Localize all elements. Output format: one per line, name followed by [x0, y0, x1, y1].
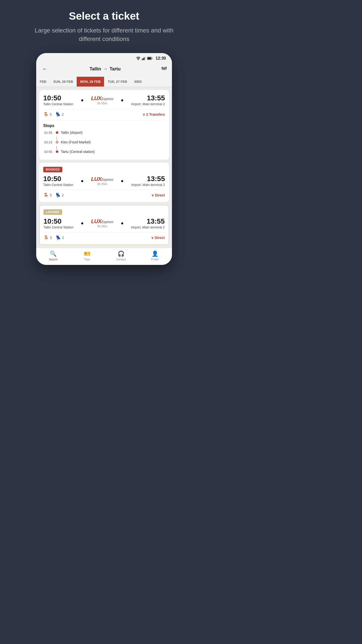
- stop-dot-1: [56, 131, 58, 134]
- seat-row-1: 🪑 5 💺 2 ∨ 2 Transfers: [43, 109, 165, 117]
- trips-icon: 🎫: [84, 251, 90, 257]
- stop-line-1: [57, 137, 57, 140]
- depart-station-3: Tallin Central Station: [43, 225, 73, 230]
- arrive-time-2: 13:55: [131, 175, 165, 183]
- lux-logo-2: LUXExpress: [91, 176, 113, 182]
- direct-badge-2[interactable]: ∨ Direct: [151, 193, 165, 197]
- signal-icon: [142, 57, 146, 60]
- seat-icon-3b: 💺: [56, 235, 61, 240]
- ticket-card-1[interactable]: 10:50 Tallin Central Station LUXExpress …: [39, 90, 169, 160]
- nav-trips-label: Trips: [84, 258, 90, 261]
- dot-right-2: [121, 180, 123, 182]
- nav-contact[interactable]: 🎧 Contact: [112, 251, 130, 261]
- stops-section-1: Stops 01:55 Tallin (Airport) 02:15 Kiev …: [43, 120, 165, 154]
- nav-trips[interactable]: 🎫 Trips: [78, 251, 96, 261]
- seat-num-2a: 5: [50, 193, 52, 197]
- nav-profile[interactable]: 👤 Profile: [146, 251, 164, 261]
- stop-item-1: 01:55 Tallin (Airport): [43, 131, 165, 135]
- status-bar: 12:30: [36, 53, 172, 63]
- chevron-down-icon-2: ∨: [151, 193, 154, 197]
- stop-time-2: 02:15: [44, 140, 53, 144]
- direct-label-3: Direct: [155, 236, 165, 240]
- stop-dot-3: [56, 150, 58, 153]
- seat-num-1a: 5: [50, 112, 52, 116]
- seat-item-1b: 💺 2: [55, 112, 64, 117]
- booked-badge: BOOKED: [43, 167, 62, 172]
- duration-2: 3h 05m: [91, 182, 113, 186]
- seat-item-2b: 💺 2: [55, 192, 64, 198]
- depart-station-1: Tallin Central Station: [43, 102, 73, 106]
- back-button[interactable]: ←: [41, 65, 49, 73]
- dot-left-3: [81, 222, 83, 224]
- chevron-down-icon-3: ∨: [151, 236, 154, 240]
- seat-num-3a: 5: [50, 236, 52, 240]
- route-title: Tallin → Tartu: [89, 66, 120, 72]
- depart-time-1: 10:50: [43, 94, 73, 102]
- svg-rect-3: [145, 57, 146, 60]
- svg-rect-2: [144, 57, 145, 60]
- direct-label-2: Direct: [155, 193, 165, 197]
- status-time: 12:30: [156, 56, 166, 61]
- ticket-card-2[interactable]: BOOKED 10:50 Tallin Central Station LUXE…: [39, 163, 169, 202]
- date-tab-4[interactable]: WED: [131, 77, 145, 87]
- stop-item-2: 02:15 Kiev (Food Market): [43, 140, 165, 144]
- trip-info-row-2: 10:50 Tallin Central Station LUXExpress …: [43, 175, 165, 187]
- chevron-down-icon-1: ∨: [143, 112, 145, 116]
- arrive-time-3: 13:55: [131, 217, 165, 225]
- battery-icon: [147, 57, 153, 60]
- stop-item-3: 02:55 Tartu (Central station): [43, 150, 165, 154]
- seat-icons-1: 🪑 5 💺 2: [43, 112, 64, 117]
- transfer-badge-1[interactable]: ∨ 2 Transfers: [143, 112, 165, 116]
- svg-rect-0: [142, 59, 143, 60]
- bottom-nav: 🔍 Search 🎫 Trips 🎧 Contact 👤 Profile: [36, 248, 172, 265]
- duration-3: 3h 05m: [91, 225, 113, 228]
- seat-item-2a: 🪑 5: [43, 192, 52, 198]
- nav-contact-label: Contact: [116, 258, 126, 261]
- top-nav: ← Tallin → Tartu: [36, 63, 172, 77]
- arrive-station-2: Airport, Main terminal 2: [131, 183, 165, 187]
- phone-frame: 12:30 ← Tallin → Tartu FEB SUN, 26 FEB M…: [36, 53, 172, 265]
- dot-left-2: [81, 180, 83, 182]
- ticket-card-3[interactable]: LOUNGE 10:50 Tallin Central Station LUXE…: [39, 205, 169, 245]
- seat-icon-1b: 💺: [55, 112, 61, 117]
- stop-name-2: Kiev (Food Market): [61, 140, 91, 144]
- nav-search[interactable]: 🔍 Search: [44, 251, 62, 261]
- seat-row-2: 🪑 5 💺 2 ∨ Direct: [43, 190, 165, 198]
- seat-icon-2b: 💺: [55, 192, 61, 198]
- duration-1: 3h 05m: [91, 102, 113, 105]
- stops-title-1: Stops: [43, 124, 165, 128]
- route-from: Tallin: [89, 66, 101, 72]
- trip-info-row-3: 10:50 Tallin Central Station LUXExpress …: [43, 217, 165, 230]
- seat-icon-1a: 🪑: [43, 112, 49, 117]
- route-arrow-icon: →: [103, 66, 108, 72]
- wifi-icon: [136, 57, 141, 60]
- stop-dot-2: [56, 141, 58, 143]
- seat-item-3a: 🪑 5: [43, 235, 52, 240]
- svg-rect-5: [148, 57, 151, 59]
- arrive-time-1: 13:55: [131, 94, 165, 102]
- svg-point-9: [164, 68, 165, 69]
- date-tab-2[interactable]: MON, 26 FEB: [77, 77, 104, 87]
- search-icon: 🔍: [50, 251, 57, 257]
- dot-right-3: [121, 222, 123, 224]
- contact-icon: 🎧: [118, 251, 124, 257]
- seat-num-2b: 2: [62, 193, 64, 197]
- dot-left-1: [81, 99, 83, 101]
- filter-button[interactable]: [161, 66, 167, 72]
- seat-icon-2a: 🪑: [43, 192, 49, 198]
- stop-time-1: 01:55: [44, 131, 53, 135]
- date-tab-1[interactable]: SUN, 26 FEB: [50, 77, 77, 87]
- date-tab-3[interactable]: TUE, 27 FEB: [104, 77, 130, 87]
- seat-icons-3: 🪑 5 💺 2: [43, 235, 64, 240]
- ticket-list: 10:50 Tallin Central Station LUXExpress …: [36, 87, 172, 248]
- seat-item-3b: 💺 2: [56, 235, 64, 240]
- direct-badge-3[interactable]: ∨ Direct: [151, 236, 165, 240]
- seat-row-3: 🪑 5 💺 2 ∨ Direct: [43, 232, 165, 240]
- seat-num-3b: 2: [62, 236, 64, 240]
- arrive-station-1: Airport, Main terminal 2: [131, 102, 165, 106]
- depart-station-2: Tallin Central Station: [43, 183, 73, 187]
- transfer-label-1: 2 Transfers: [146, 112, 165, 116]
- hero-subtitle: Large selection of tickets for different…: [34, 26, 174, 43]
- date-tab-0[interactable]: FEB: [36, 77, 50, 87]
- depart-time-2: 10:50: [43, 175, 73, 183]
